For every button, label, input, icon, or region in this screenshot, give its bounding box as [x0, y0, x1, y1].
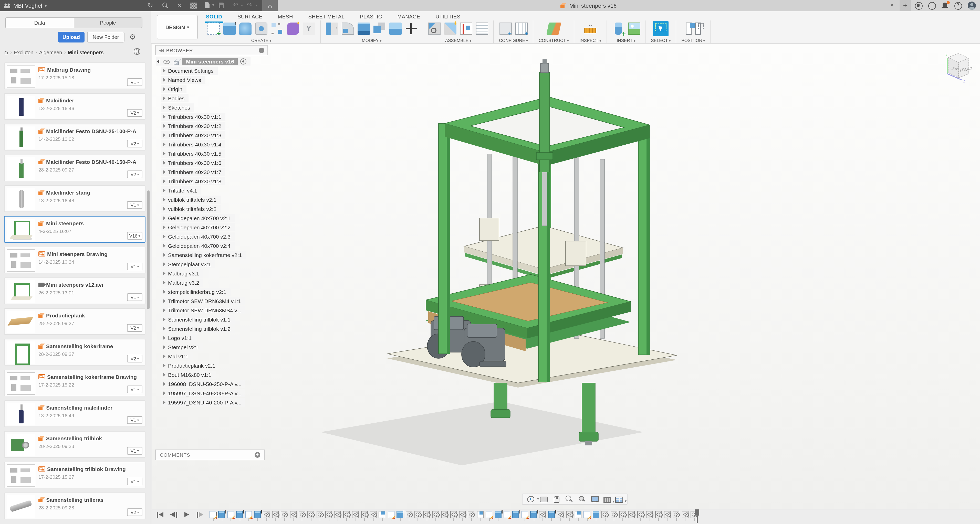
link-icon[interactable]	[646, 511, 653, 518]
link-icon[interactable]	[281, 511, 287, 518]
tab-data[interactable]: Data	[6, 18, 73, 28]
browser-row[interactable]: Logo v1:1	[161, 334, 196, 342]
activate-component-radio[interactable]	[240, 58, 247, 65]
expand-arrow-icon[interactable]	[163, 78, 165, 82]
save-icon[interactable]	[218, 2, 225, 9]
expand-arrow-icon[interactable]	[157, 59, 162, 64]
measure-icon[interactable]	[584, 28, 597, 33]
file-card[interactable]: Mini steenpers Drawing 14-2-2025 10:34 V…	[4, 247, 145, 273]
step-back-button[interactable]	[170, 512, 177, 518]
link-icon[interactable]	[308, 511, 314, 518]
expand-arrow-icon[interactable]	[163, 179, 165, 183]
plane-icon[interactable]	[546, 22, 561, 35]
offset-icon[interactable]	[389, 22, 402, 35]
ribbon-group-dropdown[interactable]: CONSTRUCT	[539, 38, 569, 43]
3d-viewport[interactable]: LEFT FRONT Y Z	[152, 44, 980, 524]
version-dropdown[interactable]: V2	[127, 140, 142, 148]
file-card[interactable]: Samenstelling kokerframe Drawing 17-2-20…	[4, 370, 145, 396]
ribbon-group-dropdown[interactable]: POSITION	[681, 38, 705, 43]
browser-row[interactable]: Sketches	[161, 103, 194, 112]
browser-row[interactable]: Trilrubbers 40x30 v1:2	[161, 122, 225, 130]
file-card[interactable]: Samenstelling trilleras 28-2-2025 09:28 …	[4, 492, 145, 519]
expand-arrow-icon[interactable]	[163, 161, 165, 165]
expand-arrow-icon[interactable]	[163, 336, 165, 340]
browser-row[interactable]: vulblok triltafels v2:1	[161, 195, 221, 204]
link-icon[interactable]	[539, 511, 546, 518]
file-card[interactable]: Malcilinder Festo DSNU-40-150-P-A 28-2-2…	[4, 155, 145, 181]
browser-row[interactable]: Samenstelling kokerframe v2:1	[161, 251, 246, 259]
expand-arrow-icon[interactable]	[163, 373, 165, 377]
file-card[interactable]: Mini steenpers v12.avi 26-2-2025 13:01 V…	[4, 278, 145, 304]
nav-tool-icon[interactable]	[552, 495, 560, 503]
expand-arrow-icon[interactable]	[163, 281, 165, 285]
file-card[interactable]: Samenstelling malcilinder 13-2-2025 16:4…	[4, 400, 145, 427]
link-icon[interactable]	[450, 511, 457, 518]
version-dropdown[interactable]: V1	[127, 478, 142, 485]
expand-arrow-icon[interactable]	[163, 400, 165, 405]
browser-row[interactable]: Trilrubbers 40x30 v1:6	[161, 159, 225, 167]
version-dropdown[interactable]: V1	[127, 386, 142, 393]
expand-arrow-icon[interactable]	[163, 198, 165, 202]
expand-arrow-icon[interactable]	[163, 391, 165, 395]
link-icon[interactable]	[566, 511, 573, 518]
sketch-icon[interactable]	[210, 511, 216, 518]
team-switcher[interactable]: MBI Veghel ▾	[0, 3, 147, 9]
browser-row[interactable]: Malbrug v3:1	[161, 269, 203, 278]
link-icon[interactable]	[334, 511, 341, 518]
extrude-icon[interactable]	[236, 511, 243, 518]
link-icon[interactable]	[655, 511, 662, 518]
expand-arrow-icon[interactable]	[163, 225, 165, 229]
sketch-icon[interactable]	[207, 22, 220, 35]
nav-tool-icon[interactable]	[615, 497, 623, 503]
search-icon[interactable]	[161, 2, 169, 9]
extrude-icon[interactable]	[495, 511, 501, 518]
add-comment-icon[interactable]: +	[255, 452, 260, 458]
link-icon[interactable]	[628, 511, 635, 518]
link-icon[interactable]	[272, 511, 278, 518]
view-cube[interactable]: LEFT FRONT Y Z	[941, 48, 973, 85]
combine-icon[interactable]	[374, 22, 386, 35]
browser-row[interactable]: Trilrubbers 40x30 v1:8	[161, 177, 225, 185]
shell-icon[interactable]	[358, 22, 370, 35]
browser-row[interactable]: Document Settings	[161, 67, 218, 75]
shared-link-globe-icon[interactable]	[134, 48, 140, 55]
link-icon[interactable]	[619, 511, 626, 518]
home-tab-button[interactable]: ⌂	[262, 0, 278, 11]
link-icon[interactable]	[433, 511, 439, 518]
browser-row[interactable]: Bodies	[161, 94, 189, 102]
sketch-icon[interactable]	[388, 511, 395, 518]
collapse-all-icon[interactable]: −	[259, 48, 264, 53]
expand-arrow-icon[interactable]	[163, 142, 165, 146]
machine-model[interactable]	[152, 44, 980, 524]
revolve-icon[interactable]	[239, 22, 251, 35]
expand-arrow-icon[interactable]	[163, 244, 165, 248]
upload-button[interactable]: Upload	[58, 32, 84, 43]
file-card[interactable]: Malcilinder 13-2-2025 16:46 V2	[4, 93, 145, 120]
link-icon[interactable]	[610, 511, 617, 518]
expand-arrow-icon[interactable]	[163, 68, 165, 73]
extrude-icon[interactable]	[223, 22, 235, 35]
expand-arrow-icon[interactable]	[163, 207, 165, 211]
version-dropdown[interactable]: V1	[127, 78, 142, 86]
user-avatar[interactable]	[968, 2, 976, 10]
insertbolt-icon[interactable]	[614, 22, 622, 35]
notifications-bell-icon[interactable]	[942, 2, 949, 9]
job-status-icon[interactable]	[928, 2, 936, 10]
link-icon[interactable]	[459, 511, 466, 518]
expand-arrow-icon[interactable]	[163, 299, 165, 303]
browser-row[interactable]: Geleidepalen 40x700 v2:4	[161, 241, 235, 250]
browser-row[interactable]: Stempelplaat v3:1	[161, 260, 215, 268]
link-icon[interactable]	[343, 511, 350, 518]
extrude-icon[interactable]	[530, 511, 537, 518]
link-icon[interactable]	[290, 511, 296, 518]
sketch-icon[interactable]	[521, 511, 528, 518]
browser-row[interactable]: Geleidepalen 40x700 v2:3	[161, 232, 235, 241]
expand-arrow-icon[interactable]	[163, 345, 165, 349]
select-icon[interactable]	[653, 21, 668, 37]
collapse-panel-icon[interactable]: ◀◀	[159, 48, 163, 52]
version-dropdown[interactable]: V2	[127, 324, 142, 332]
browser-row[interactable]: Trilmotor SEW DRN63M4 v1:1	[161, 297, 245, 305]
browser-row[interactable]: 195997_DSNU-40-200-P-A v...	[161, 389, 246, 397]
expand-arrow-icon[interactable]	[163, 382, 165, 386]
ribbon-group-dropdown[interactable]: SELECT	[651, 38, 671, 43]
